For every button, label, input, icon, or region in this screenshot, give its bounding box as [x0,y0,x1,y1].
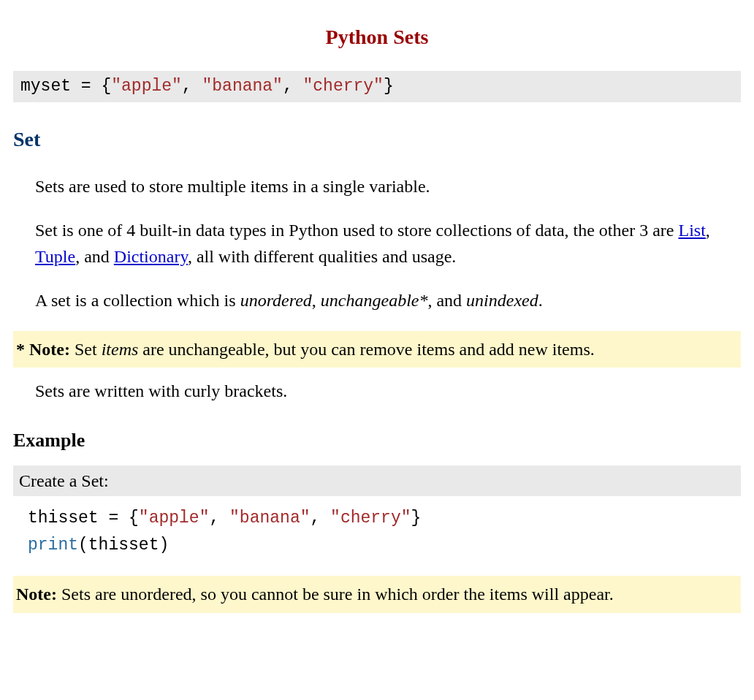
text: Sets are unordered, so you cannot be sur… [57,585,614,604]
text: A set is a collection which is [35,291,240,310]
em-items: items [102,340,139,359]
section-heading: Set [13,124,741,155]
text: , and [75,247,114,266]
code-text: } [384,77,394,96]
example-code-block: thisset = {"apple", "banana", "cherry"} … [28,505,741,559]
code-string: "cherry" [330,509,411,528]
text: are unchangeable, but you can remove ite… [138,340,594,359]
note-items-unchangeable: * Note: Set items are unchangeable, but … [13,331,741,368]
code-text: , [310,509,330,528]
code-string: "cherry" [303,77,384,96]
text: Set is one of 4 built-in data types in P… [35,221,678,240]
example-heading: Example [13,426,741,454]
page-title: Python Sets [13,22,741,53]
em-unindexed: unindexed [466,291,538,310]
text: , and [427,291,466,310]
code-text: myset = { [20,77,111,96]
code-text: } [411,509,422,528]
text: , all with different qualities and usage… [188,247,456,266]
note-unordered: Note: Sets are unordered, so you cannot … [13,576,741,612]
text: Set [70,340,102,359]
code-text: thisset = { [28,509,139,528]
link-list[interactable]: List [678,221,705,240]
paragraph-datatypes: Set is one of 4 built-in data types in P… [35,217,741,270]
code-string: "apple" [111,77,182,96]
link-dictionary[interactable]: Dictionary [114,247,188,266]
code-string: "banana" [202,77,282,96]
code-text: , [283,77,303,96]
text: , [312,291,321,310]
code-string: "banana" [229,509,310,528]
example-caption: Create a Set: [13,465,741,496]
paragraph-intro: Sets are used to store multiple items in… [35,173,741,199]
paragraph-curly: Sets are written with curly brackets. [35,378,741,404]
note-label: Note: [16,585,57,604]
intro-code-block: myset = {"apple", "banana", "cherry"} [13,71,741,102]
text: , [706,221,710,240]
code-text: , [182,77,202,96]
code-text: , [209,509,229,528]
em-unchangeable: unchangeable* [321,291,428,310]
code-string: "apple" [139,509,210,528]
text: . [538,291,543,310]
note-label: * Note: [16,340,70,359]
paragraph-properties: A set is a collection which is unordered… [35,287,741,313]
link-tuple[interactable]: Tuple [35,247,75,266]
code-func: print [28,536,78,555]
em-unordered: unordered [240,291,312,310]
code-text: (thisset) [78,536,169,555]
